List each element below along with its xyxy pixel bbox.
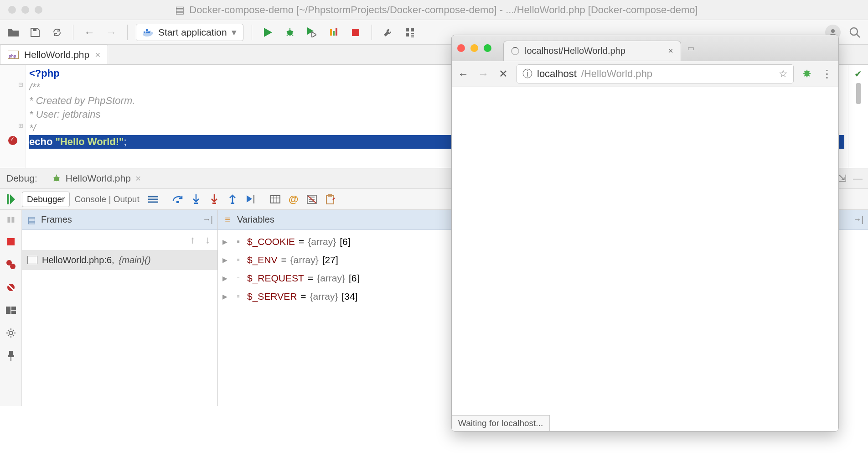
scrollbar-thumb[interactable] bbox=[856, 83, 861, 104]
svg-rect-10 bbox=[411, 28, 414, 31]
variable-count: [27] bbox=[322, 251, 338, 269]
editor-gutter: ⊟ ⊞ bbox=[0, 65, 26, 168]
evaluate-expression-icon[interactable] bbox=[266, 192, 284, 207]
browser-forward-icon[interactable] bbox=[476, 67, 490, 81]
sync-icon[interactable] bbox=[49, 25, 65, 40]
minimize-window-icon[interactable] bbox=[21, 6, 29, 14]
close-tab-icon[interactable]: × bbox=[95, 49, 100, 60]
step-out-icon[interactable] bbox=[223, 192, 242, 207]
browser-window-controls bbox=[457, 44, 491, 52]
close-window-icon[interactable] bbox=[8, 6, 16, 14]
dropdown-icon: ▾ bbox=[232, 27, 237, 38]
wrench-icon[interactable] bbox=[380, 25, 396, 40]
browser-status-text: Waiting for localhost... bbox=[452, 415, 550, 431]
expand-icon[interactable]: ▶ bbox=[222, 287, 230, 306]
pin-icon[interactable] bbox=[5, 350, 16, 361]
view-breakpoints-icon[interactable] bbox=[5, 259, 16, 270]
browser-stop-icon[interactable]: ✕ bbox=[496, 67, 510, 81]
variable-type: {array} bbox=[308, 233, 336, 251]
frame-file-icon bbox=[27, 256, 37, 264]
ide-titlebar: ▤ Docker-compose-demo [~/PhpstormProject… bbox=[0, 0, 868, 20]
minimize-panel-icon[interactable]: — bbox=[853, 173, 863, 184]
search-icon[interactable] bbox=[847, 25, 863, 40]
browser-tab[interactable]: localhost/HelloWorld.php × bbox=[503, 41, 681, 61]
frame-down-icon[interactable]: ↓ bbox=[205, 234, 210, 246]
debug-session-tab[interactable]: HelloWorld.php × bbox=[44, 168, 149, 189]
variables-title: Variables bbox=[237, 214, 274, 225]
nav-back-icon[interactable] bbox=[82, 25, 97, 40]
save-icon[interactable] bbox=[27, 25, 43, 40]
stop-icon[interactable] bbox=[348, 25, 363, 40]
run-configuration-selector[interactable]: Start application ▾ bbox=[136, 24, 243, 41]
editor-tab-label: HelloWorld.php bbox=[24, 49, 89, 60]
tab-debugger[interactable]: Debugger bbox=[22, 192, 70, 207]
stop-debug-icon[interactable] bbox=[5, 236, 16, 247]
bookmark-star-icon[interactable]: ☆ bbox=[779, 68, 788, 80]
svg-point-12 bbox=[831, 29, 835, 33]
variable-name: $_COOKIE bbox=[247, 233, 295, 251]
address-bar[interactable]: ⓘ localhost/HelloWorld.php ☆ bbox=[517, 64, 794, 83]
url-host: localhost bbox=[537, 68, 577, 80]
site-info-icon[interactable]: ⓘ bbox=[522, 67, 532, 81]
pause-icon[interactable]: ▮▮ bbox=[5, 213, 16, 224]
watch-icon[interactable]: @ bbox=[284, 192, 303, 207]
nav-forward-icon[interactable] bbox=[103, 25, 119, 40]
frame-entry[interactable]: HelloWorld.php:6, {main}() bbox=[22, 250, 217, 270]
collapse-icon[interactable]: ⇲ bbox=[838, 173, 847, 184]
profile-icon[interactable] bbox=[326, 25, 341, 40]
browser-viewport[interactable]: Waiting for localhost... bbox=[452, 87, 838, 431]
zoom-window-icon[interactable] bbox=[35, 6, 42, 14]
mute-breakpoints-icon[interactable] bbox=[5, 282, 16, 293]
step-into-icon[interactable] bbox=[187, 192, 205, 207]
browser-minimize-icon[interactable] bbox=[470, 44, 478, 52]
expand-icon[interactable]: ▶ bbox=[222, 251, 230, 269]
breakpoint-icon[interactable] bbox=[8, 136, 17, 145]
variable-name: $_ENV bbox=[247, 251, 278, 269]
svg-rect-20 bbox=[271, 196, 280, 203]
layout-icon[interactable] bbox=[5, 305, 16, 316]
run-to-cursor-icon[interactable] bbox=[242, 192, 260, 207]
svg-point-13 bbox=[850, 28, 858, 35]
array-icon: ≡ bbox=[233, 256, 243, 264]
open-icon[interactable] bbox=[5, 25, 21, 40]
new-tab-icon[interactable]: ▭ bbox=[684, 41, 698, 55]
step-over-icon[interactable] bbox=[169, 192, 187, 207]
settings-debug-icon[interactable] bbox=[303, 192, 321, 207]
svg-rect-7 bbox=[333, 31, 335, 36]
svg-rect-17 bbox=[194, 203, 198, 204]
run-icon[interactable] bbox=[260, 25, 276, 40]
threads-icon[interactable] bbox=[144, 192, 162, 207]
window-title: Docker-compose-demo [~/PhpstormProjects/… bbox=[189, 4, 698, 16]
tab-console[interactable]: Console | Output bbox=[70, 192, 144, 207]
debug-icon[interactable] bbox=[282, 25, 298, 40]
svg-rect-6 bbox=[330, 29, 332, 36]
browser-menu-icon[interactable]: ⋮ bbox=[820, 67, 834, 81]
close-session-icon[interactable]: × bbox=[135, 173, 141, 184]
coverage-icon[interactable] bbox=[304, 25, 320, 40]
editor-tab-helloworld[interactable]: php HelloWorld.php × bbox=[0, 44, 108, 64]
fold-close-icon[interactable]: ⊞ bbox=[17, 122, 24, 129]
svg-rect-9 bbox=[406, 28, 409, 31]
expand-icon[interactable]: ▶ bbox=[222, 269, 230, 287]
frame-up-icon[interactable]: ↑ bbox=[190, 234, 195, 246]
browser-back-icon[interactable] bbox=[456, 67, 470, 81]
browser-zoom-icon[interactable] bbox=[484, 44, 491, 52]
close-browser-tab-icon[interactable]: × bbox=[668, 46, 673, 56]
variables-collapse-icon[interactable]: →| bbox=[853, 215, 863, 224]
variable-name: $_REQUEST bbox=[247, 269, 304, 287]
clipboard-icon[interactable] bbox=[321, 192, 339, 207]
extension-icon[interactable]: ✸ bbox=[800, 67, 814, 81]
browser-close-icon[interactable] bbox=[457, 44, 465, 52]
resume-icon[interactable] bbox=[7, 194, 15, 204]
svg-point-30 bbox=[9, 331, 13, 335]
svg-rect-0 bbox=[33, 28, 36, 31]
frames-collapse-icon[interactable]: →| bbox=[202, 215, 213, 224]
fold-open-icon[interactable]: ⊟ bbox=[17, 81, 24, 88]
settings-gear-icon[interactable] bbox=[5, 328, 16, 338]
inspection-ok-icon[interactable]: ✔ bbox=[854, 68, 862, 79]
expand-icon[interactable]: ▶ bbox=[222, 233, 230, 251]
svg-rect-18 bbox=[212, 203, 216, 204]
svg-rect-27 bbox=[6, 307, 10, 314]
structure-icon[interactable] bbox=[402, 25, 418, 40]
force-step-into-icon[interactable] bbox=[205, 192, 223, 207]
